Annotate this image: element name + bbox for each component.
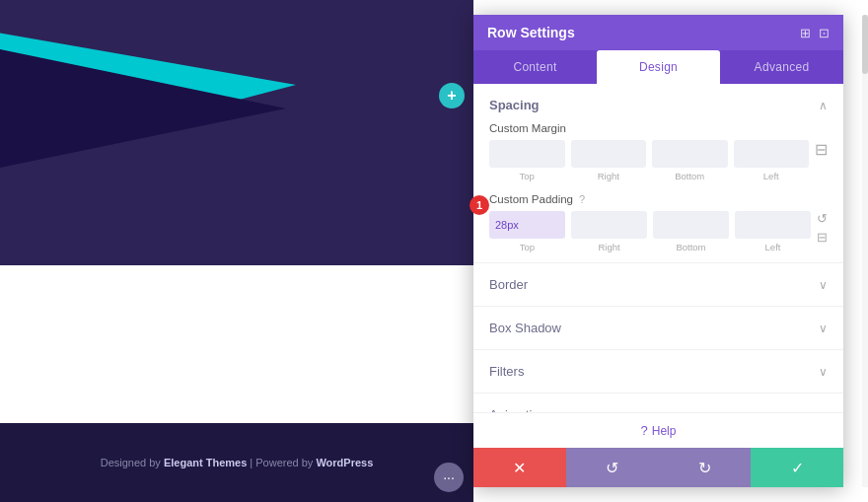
padding-left-input[interactable] xyxy=(735,211,811,239)
custom-margin-label: Custom Margin xyxy=(473,122,843,134)
more-options-button[interactable]: ··· xyxy=(434,463,464,492)
plus-icon: + xyxy=(447,87,456,105)
cancel-icon: ✕ xyxy=(513,459,526,477)
save-icon: ✓ xyxy=(791,459,804,477)
panel-header-icons: ⊞ ⊡ xyxy=(800,26,830,40)
panel-icon-expand[interactable]: ⊡ xyxy=(819,26,830,40)
margin-top-label: Top xyxy=(520,171,535,181)
spacing-title: Spacing xyxy=(489,98,540,112)
margin-bottom-label: Bottom xyxy=(675,171,704,181)
padding-right-input[interactable] xyxy=(571,211,647,239)
animation-section-header[interactable]: Animation ∨ xyxy=(473,394,843,412)
help-circle-icon: ? xyxy=(641,423,648,438)
panel-body: Spacing ∧ Custom Margin Top Right Bottom xyxy=(473,84,843,412)
help-label: Help xyxy=(652,424,677,438)
cancel-button[interactable]: ✕ xyxy=(473,448,566,487)
box-shadow-chevron-icon: ∨ xyxy=(819,322,828,335)
border-section-header[interactable]: Border ∨ xyxy=(473,263,843,306)
redo-button[interactable]: ↻ xyxy=(659,448,752,487)
margin-top-input[interactable] xyxy=(489,140,565,168)
action-bar: ✕ ↺ ↻ ✓ xyxy=(473,448,843,487)
custom-padding-label: Custom Padding xyxy=(489,193,573,205)
padding-link-icon[interactable]: ⊟ xyxy=(817,230,828,245)
filters-chevron-icon: ∨ xyxy=(819,365,828,379)
scrollbar-thumb[interactable] xyxy=(862,15,868,74)
footer-text: Designed by Elegant Themes | Powered by … xyxy=(101,457,374,468)
margin-left-group: Left xyxy=(734,140,810,181)
padding-top-group: Top xyxy=(489,211,565,252)
footer-brand1: Elegant Themes xyxy=(164,457,247,468)
padding-left-label: Left xyxy=(765,242,781,252)
padding-right-group: Right xyxy=(571,211,647,252)
footer-brand2: WordPress xyxy=(316,457,373,468)
page-background: Designed by Elegant Themes | Powered by … xyxy=(0,0,473,502)
step-badge: 1 xyxy=(470,195,489,215)
reset-icon: ↺ xyxy=(606,459,618,477)
border-title: Border xyxy=(489,277,528,292)
tab-content[interactable]: Content xyxy=(473,50,597,84)
margin-bottom-input[interactable] xyxy=(652,140,728,168)
margin-right-label: Right xyxy=(598,171,619,181)
padding-inputs-row: Top Right Bottom Left ↺ ⊟ xyxy=(473,211,843,258)
panel-tabs: Content Design Advanced xyxy=(473,50,843,84)
padding-top-input[interactable] xyxy=(489,211,565,239)
padding-help-icon[interactable]: ? xyxy=(579,193,585,205)
footer-bar: Designed by Elegant Themes | Powered by … xyxy=(0,423,473,502)
padding-reset-icon[interactable]: ↺ xyxy=(817,211,828,226)
border-section: Border ∨ xyxy=(473,263,843,307)
padding-bottom-group: Bottom xyxy=(653,211,729,252)
padding-bottom-label: Bottom xyxy=(676,242,705,252)
filters-title: Filters xyxy=(489,364,524,379)
save-button[interactable]: ✓ xyxy=(751,448,843,487)
padding-header: Custom Padding ? xyxy=(489,193,828,205)
margin-left-label: Left xyxy=(763,171,779,181)
margin-right-input[interactable] xyxy=(571,140,647,168)
scrollbar[interactable] xyxy=(862,15,868,487)
spacing-section-header[interactable]: Spacing ∧ xyxy=(473,84,843,122)
padding-right-label: Right xyxy=(598,242,619,252)
redo-icon: ↻ xyxy=(698,459,711,477)
tab-advanced[interactable]: Advanced xyxy=(720,50,843,84)
panel-icon-grid[interactable]: ⊞ xyxy=(800,26,811,40)
box-shadow-section: Box Shadow ∨ xyxy=(473,307,843,350)
margin-right-group: Right xyxy=(571,140,647,181)
dots-icon: ··· xyxy=(443,469,455,485)
border-chevron-icon: ∨ xyxy=(819,278,828,292)
margin-top-group: Top xyxy=(489,140,565,181)
margin-left-input[interactable] xyxy=(734,140,810,168)
panel-header: Row Settings ⊞ ⊡ xyxy=(473,15,843,50)
margin-inputs-row: Top Right Bottom Left ⊟ xyxy=(473,140,843,181)
settings-panel: Row Settings ⊞ ⊡ Content Design Advanced… xyxy=(473,15,843,487)
help-link[interactable]: ? Help xyxy=(641,423,677,438)
panel-title: Row Settings xyxy=(487,25,575,40)
panel-footer: ? Help xyxy=(473,412,843,448)
footer-prefix: Designed by xyxy=(101,457,164,468)
spacing-chevron-icon: ∧ xyxy=(819,99,828,112)
white-area xyxy=(0,265,473,423)
footer-mid: | Powered by xyxy=(250,457,316,468)
box-shadow-title: Box Shadow xyxy=(489,321,561,335)
margin-bottom-group: Bottom xyxy=(652,140,728,181)
spacing-section: Spacing ∧ Custom Margin Top Right Bottom xyxy=(473,84,843,263)
filters-section: Filters ∨ xyxy=(473,350,843,394)
margin-link-icon[interactable]: ⊟ xyxy=(815,140,828,159)
custom-padding-container: Custom Padding ? xyxy=(473,185,843,205)
filters-section-header[interactable]: Filters ∨ xyxy=(473,350,843,393)
tab-design[interactable]: Design xyxy=(597,50,720,84)
animation-section: Animation ∨ xyxy=(473,394,843,412)
box-shadow-section-header[interactable]: Box Shadow ∨ xyxy=(473,307,843,349)
reset-button[interactable]: ↺ xyxy=(566,448,659,487)
padding-top-label: Top xyxy=(520,242,535,252)
padding-left-group: Left xyxy=(735,211,811,252)
add-row-button[interactable]: + xyxy=(439,83,465,108)
padding-bottom-input[interactable] xyxy=(653,211,729,239)
